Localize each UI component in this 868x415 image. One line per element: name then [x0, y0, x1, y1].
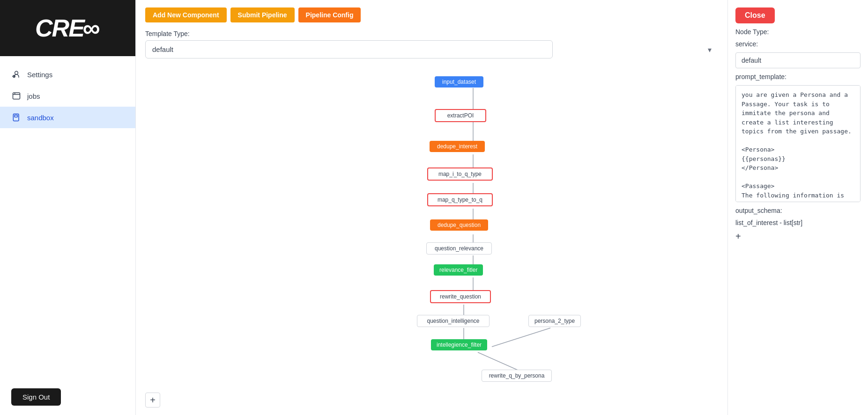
output-schema-label: output_schema:	[735, 207, 861, 214]
sidebar-footer: Sign Out	[0, 379, 135, 415]
pipeline-config-button[interactable]: Pipeline Config	[298, 7, 361, 22]
node-extractPOI[interactable]: extractPOI	[435, 109, 486, 122]
node-rewrite-q-by-persona[interactable]: rewrite_q_by_persona	[482, 370, 552, 382]
sidebar: CRE∞ Settings jobs	[0, 0, 136, 415]
node-intellegience-filter[interactable]: intellegience_filter	[431, 339, 487, 350]
svg-rect-2	[13, 93, 20, 99]
jobs-label: jobs	[27, 92, 40, 100]
prompt-template-textarea[interactable]: you are given a Persona and a Passage. Y…	[735, 85, 861, 202]
service-input[interactable]	[735, 52, 861, 68]
settings-label: Settings	[27, 71, 52, 79]
settings-icon	[11, 69, 22, 80]
node-map-q-type-to-q[interactable]: map_q_type_to_q	[427, 193, 493, 206]
add-new-component-button[interactable]: Add New Component	[145, 7, 227, 22]
service-label: service:	[735, 40, 861, 48]
node-question-relevance[interactable]: question_relevance	[426, 242, 492, 255]
node-rewrite-question[interactable]: rewrite_question	[430, 290, 491, 303]
sign-out-button[interactable]: Sign Out	[11, 388, 61, 406]
sandbox-label: sandbox	[27, 114, 54, 122]
node-type-label: Node Type:	[735, 28, 861, 36]
node-dedupe-question[interactable]: dedupe_question	[430, 219, 488, 231]
output-schema-value: list_of_interest - list[str]	[735, 219, 861, 226]
sidebar-nav: Settings jobs sandbox	[0, 56, 135, 379]
logo-text: CRE∞	[35, 14, 100, 42]
submit-pipeline-button[interactable]: Submit Pipeline	[230, 7, 295, 22]
sidebar-item-sandbox[interactable]: sandbox	[0, 107, 135, 128]
logo-container: CRE∞	[0, 0, 135, 56]
sandbox-icon	[11, 112, 22, 123]
prompt-template-label: prompt_template:	[735, 73, 861, 80]
right-panel: Close Node Type: service: prompt_templat…	[727, 0, 868, 415]
sidebar-item-jobs[interactable]: jobs	[0, 85, 135, 107]
node-input-dataset[interactable]: input_dataset	[435, 76, 483, 87]
svg-point-0	[15, 71, 18, 74]
template-select-wrapper: default ▾	[145, 40, 718, 58]
close-button[interactable]: Close	[735, 7, 775, 23]
svg-rect-4	[15, 115, 18, 117]
chevron-down-icon: ▾	[708, 45, 712, 54]
pipeline-canvas[interactable]: input_dataset extractPOI dedupe_interest…	[136, 62, 727, 415]
node-question-intelligence[interactable]: question_intelligence	[417, 315, 490, 327]
template-type-label: Template Type:	[145, 30, 718, 37]
pipeline-nodes: input_dataset extractPOI dedupe_interest…	[136, 62, 727, 415]
jobs-icon	[11, 91, 22, 101]
node-map-i-to-q-type[interactable]: map_i_to_q_type	[427, 167, 493, 181]
add-schema-button[interactable]: +	[735, 231, 861, 242]
sidebar-item-settings[interactable]: Settings	[0, 64, 135, 85]
toolbar: Add New Component Submit Pipeline Pipeli…	[136, 0, 727, 26]
template-section: Template Type: default ▾	[136, 26, 727, 62]
node-persona-2-type[interactable]: persona_2_type	[528, 315, 581, 327]
add-node-button[interactable]: +	[145, 393, 160, 408]
node-relevance-filter[interactable]: relevance_fitler	[434, 264, 483, 276]
template-type-select[interactable]: default	[145, 40, 553, 58]
node-dedupe-interest[interactable]: dedupe_interest	[430, 141, 485, 152]
main-content: Add New Component Submit Pipeline Pipeli…	[136, 0, 727, 415]
